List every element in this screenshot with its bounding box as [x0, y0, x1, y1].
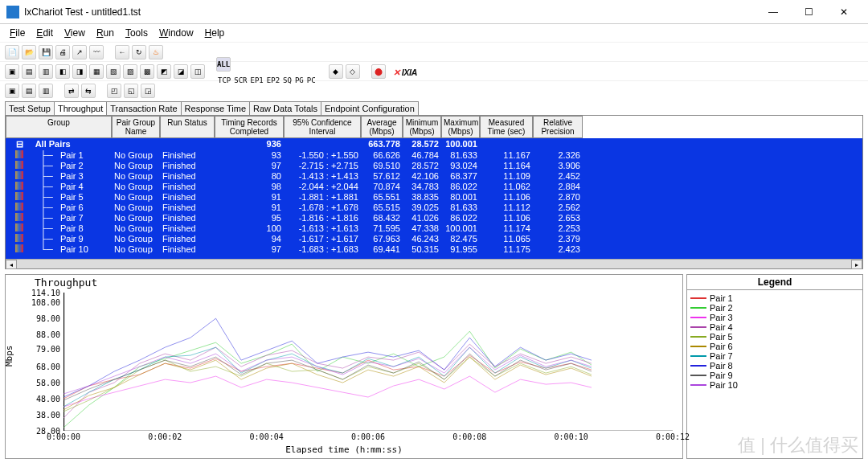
- tb-btn-4[interactable]: ◧: [55, 64, 70, 79]
- filter-all[interactable]: ALL: [216, 57, 231, 72]
- fire-icon[interactable]: ♨: [149, 45, 163, 59]
- tab-raw-data-totals[interactable]: Raw Data Totals: [249, 101, 321, 115]
- window-close-button[interactable]: ✕: [826, 1, 862, 23]
- tb3-btn-4[interactable]: ⇄: [64, 84, 79, 98]
- table-row[interactable]: ├─ Pair 2 No Group Finished97 -2.715 : +…: [6, 161, 862, 171]
- tb3-btn-3[interactable]: ▥: [39, 84, 53, 98]
- table-row[interactable]: ├─ Pair 3 No Group Finished80 -1.413 : +…: [6, 171, 862, 182]
- filter-scr[interactable]: SCR: [232, 76, 248, 84]
- filter-tcp[interactable]: TCP: [216, 76, 232, 84]
- print-icon[interactable]: 🖨: [55, 45, 70, 59]
- column-header[interactable]: RelativePrecision: [533, 116, 583, 138]
- legend-item[interactable]: Pair 10: [690, 380, 859, 390]
- scroll-left-button[interactable]: ◂: [6, 260, 17, 269]
- tb-btn-10[interactable]: ◩: [157, 64, 171, 79]
- scroll-right-button[interactable]: ▸: [851, 260, 862, 269]
- table-row[interactable]: ├─ Pair 9 No Group Finished94 -1.617 : +…: [6, 234, 862, 244]
- tb-btn-14[interactable]: ◇: [346, 64, 360, 79]
- table-row[interactable]: ├─ Pair 4 No Group Finished98 -2.044 : +…: [6, 182, 862, 192]
- table-row[interactable]: ├─ Pair 5 No Group Finished91 -1.881 : +…: [6, 192, 862, 203]
- tab-throughput[interactable]: Throughput: [54, 101, 107, 115]
- filter-pg[interactable]: PG: [293, 76, 305, 84]
- table-row[interactable]: ├─ Pair 7 No Group Finished95 -1.816 : +…: [6, 213, 862, 223]
- column-header[interactable]: Pair GroupName: [112, 116, 160, 138]
- tb-btn-5[interactable]: ◨: [72, 64, 87, 79]
- tb3-btn-6[interactable]: ◰: [107, 84, 121, 98]
- legend-item[interactable]: Pair 8: [690, 361, 859, 371]
- filter-ep2[interactable]: EP2: [265, 76, 281, 84]
- stop-icon[interactable]: ⬤: [371, 64, 386, 79]
- back-icon[interactable]: ←: [115, 45, 129, 59]
- column-header[interactable]: Maximum(Mbps): [441, 116, 480, 138]
- x-tick: 0:00:04: [250, 431, 284, 441]
- legend-item[interactable]: Pair 6: [690, 342, 859, 351]
- tab-endpoint-configuration[interactable]: Endpoint Configuration: [321, 101, 419, 115]
- menu-file[interactable]: File: [5, 26, 30, 40]
- menu-tools[interactable]: Tools: [121, 26, 153, 40]
- y-tick: 48.00: [36, 395, 63, 404]
- tb-btn-9[interactable]: ▩: [140, 64, 154, 79]
- filter-sq[interactable]: SQ: [281, 76, 293, 84]
- table-row[interactable]: ├─ Pair 1 No Group Finished93 -1.550 : +…: [6, 150, 862, 161]
- x-tick: 0:00:12: [656, 431, 690, 441]
- refresh-icon[interactable]: ↻: [132, 45, 146, 59]
- tb-btn-7[interactable]: ▧: [106, 64, 121, 79]
- window-maximize-button[interactable]: ☐: [791, 1, 826, 23]
- legend-item[interactable]: Pair 3: [690, 313, 859, 322]
- column-header[interactable]: Minimum(Mbps): [403, 116, 441, 138]
- summary-row[interactable]: ⊟ All Pairs936 663.778 28.572 100.001: [6, 138, 862, 150]
- tb3-btn-8[interactable]: ◲: [141, 84, 155, 98]
- tb-btn-8[interactable]: ▨: [123, 64, 137, 79]
- tb-btn-6[interactable]: ▦: [89, 64, 104, 79]
- table-row[interactable]: ├─ Pair 6 No Group Finished91 -1.678 : +…: [6, 203, 862, 213]
- filter-ep1[interactable]: EP1: [249, 76, 265, 84]
- legend-item[interactable]: Pair 1: [690, 293, 859, 303]
- filter-pc[interactable]: PC: [305, 76, 317, 84]
- open-icon[interactable]: 📂: [22, 45, 36, 59]
- tb-btn-2[interactable]: ▤: [22, 64, 36, 79]
- column-header[interactable]: Timing RecordsCompleted: [215, 116, 284, 138]
- legend-item[interactable]: Pair 5: [690, 332, 859, 342]
- tab-response-time[interactable]: Response Time: [181, 101, 250, 115]
- legend-item[interactable]: Pair 4: [690, 322, 859, 332]
- menubar: FileEditViewRunToolsWindowHelp: [0, 24, 868, 42]
- tb3-btn-7[interactable]: ◱: [124, 84, 138, 98]
- column-header[interactable]: Run Status: [160, 116, 215, 138]
- legend-item[interactable]: Pair 9: [690, 371, 859, 380]
- menu-edit[interactable]: Edit: [31, 26, 58, 40]
- new-icon[interactable]: 📄: [5, 45, 19, 59]
- tb3-btn-2[interactable]: ▤: [22, 84, 36, 98]
- column-header[interactable]: 95% ConfidenceInterval: [284, 116, 361, 138]
- legend-item[interactable]: Pair 7: [690, 351, 859, 361]
- legend-item[interactable]: Pair 2: [690, 303, 859, 313]
- wave-icon[interactable]: 〰: [89, 45, 104, 59]
- tb-btn-11[interactable]: ◪: [174, 64, 188, 79]
- menu-view[interactable]: View: [59, 26, 90, 40]
- column-header[interactable]: MeasuredTime (sec): [480, 116, 533, 138]
- tb3-btn-1[interactable]: ▣: [5, 84, 19, 98]
- table-row[interactable]: ├─ Pair 8 No Group Finished100 -1.613 : …: [6, 223, 862, 234]
- menu-help[interactable]: Help: [200, 26, 230, 40]
- table-row[interactable]: └─ Pair 10 No Group Finished97 -1.683 : …: [6, 244, 862, 255]
- menu-window[interactable]: Window: [154, 26, 199, 40]
- grid-body[interactable]: ⊟ All Pairs936 663.778 28.572 100.001 ├─…: [6, 138, 862, 259]
- tb-btn-13[interactable]: ◆: [329, 64, 343, 79]
- x-tick: 0:00:00: [47, 431, 80, 441]
- export-icon[interactable]: ↗: [72, 45, 87, 59]
- y-tick: 38.00: [36, 411, 63, 420]
- menu-run[interactable]: Run: [92, 26, 119, 40]
- chart-x-label: Elapsed time (h:mm:ss): [285, 444, 403, 455]
- window-title: IxChariot Test - untitled1.tst: [24, 6, 755, 18]
- save-icon[interactable]: 💾: [39, 45, 53, 59]
- tb-btn-1[interactable]: ▣: [5, 64, 19, 79]
- plot-area: 28.0038.0048.0058.0068.0079.0088.0098.00…: [63, 293, 673, 431]
- horizontal-scrollbar[interactable]: ◂ ▸: [6, 259, 862, 268]
- tb-btn-3[interactable]: ▥: [39, 64, 53, 79]
- window-minimize-button[interactable]: —: [755, 1, 791, 23]
- column-header[interactable]: Average(Mbps): [361, 116, 403, 138]
- tab-test-setup[interactable]: Test Setup: [5, 101, 55, 115]
- tb-btn-12[interactable]: ◫: [190, 64, 205, 79]
- tb3-btn-5[interactable]: ⇆: [81, 84, 96, 98]
- column-header[interactable]: Group: [6, 116, 112, 138]
- tab-transaction-rate[interactable]: Transaction Rate: [106, 101, 181, 115]
